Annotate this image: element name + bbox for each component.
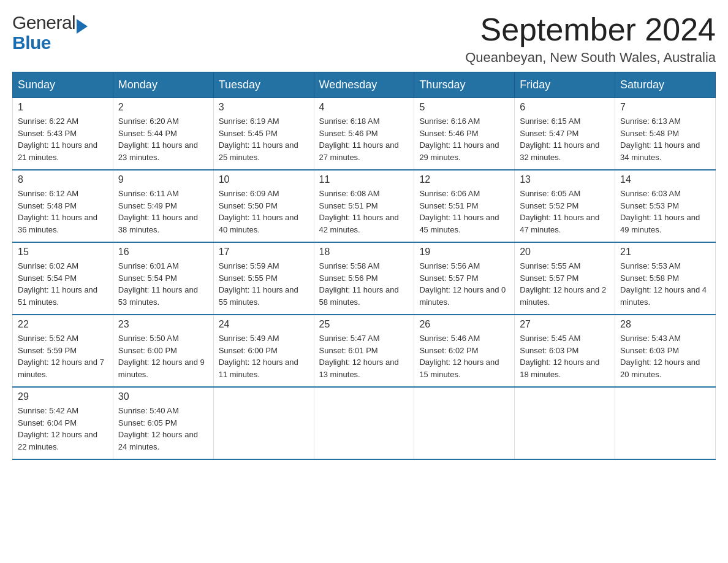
day-info: Sunrise: 6:02 AMSunset: 5:54 PMDaylight:… — [18, 260, 108, 308]
calendar-cell — [314, 387, 414, 459]
calendar-week-row: 8Sunrise: 6:12 AMSunset: 5:48 PMDaylight… — [13, 170, 716, 242]
calendar-cell: 19Sunrise: 5:56 AMSunset: 5:57 PMDayligh… — [414, 242, 515, 315]
calendar-cell: 1Sunrise: 6:22 AMSunset: 5:43 PMDaylight… — [13, 98, 113, 170]
day-number: 2 — [118, 102, 208, 113]
day-info: Sunrise: 5:50 AMSunset: 6:00 PMDaylight:… — [118, 332, 208, 380]
day-info: Sunrise: 6:11 AMSunset: 5:49 PMDaylight:… — [118, 188, 208, 236]
calendar-cell: 27Sunrise: 5:45 AMSunset: 6:03 PMDayligh… — [515, 315, 615, 387]
calendar-cell: 20Sunrise: 5:55 AMSunset: 5:57 PMDayligh… — [515, 242, 615, 315]
calendar-week-row: 1Sunrise: 6:22 AMSunset: 5:43 PMDaylight… — [13, 98, 716, 170]
calendar-cell: 18Sunrise: 5:58 AMSunset: 5:56 PMDayligh… — [314, 242, 414, 315]
calendar-cell: 10Sunrise: 6:09 AMSunset: 5:50 PMDayligh… — [213, 170, 314, 242]
calendar-day-header: Wednesday — [314, 72, 414, 98]
day-number: 1 — [18, 102, 108, 113]
day-info: Sunrise: 5:52 AMSunset: 5:59 PMDaylight:… — [18, 332, 108, 380]
day-number: 13 — [520, 174, 610, 185]
calendar-cell: 9Sunrise: 6:11 AMSunset: 5:49 PMDaylight… — [113, 170, 213, 242]
day-info: Sunrise: 5:56 AMSunset: 5:57 PMDaylight:… — [419, 260, 509, 308]
calendar-cell: 21Sunrise: 5:53 AMSunset: 5:58 PMDayligh… — [615, 242, 716, 315]
calendar-day-header: Tuesday — [213, 72, 314, 98]
day-number: 16 — [118, 247, 208, 258]
calendar-cell: 23Sunrise: 5:50 AMSunset: 6:00 PMDayligh… — [113, 315, 213, 387]
calendar-day-header: Thursday — [414, 72, 515, 98]
calendar-day-header: Monday — [113, 72, 213, 98]
calendar-cell — [213, 387, 314, 459]
day-info: Sunrise: 6:03 AMSunset: 5:53 PMDaylight:… — [620, 188, 710, 236]
calendar-day-header: Sunday — [13, 72, 113, 98]
calendar-cell: 8Sunrise: 6:12 AMSunset: 5:48 PMDaylight… — [13, 170, 113, 242]
day-info: Sunrise: 6:15 AMSunset: 5:47 PMDaylight:… — [520, 115, 610, 163]
day-info: Sunrise: 5:59 AMSunset: 5:55 PMDaylight:… — [219, 260, 309, 308]
day-info: Sunrise: 5:55 AMSunset: 5:57 PMDaylight:… — [520, 260, 610, 308]
day-info: Sunrise: 5:46 AMSunset: 6:02 PMDaylight:… — [419, 332, 509, 380]
day-number: 4 — [319, 102, 409, 113]
day-number: 8 — [18, 174, 108, 185]
title-section: September 2024 Queanbeyan, New South Wal… — [465, 12, 716, 66]
day-info: Sunrise: 6:08 AMSunset: 5:51 PMDaylight:… — [319, 188, 409, 236]
calendar-cell: 26Sunrise: 5:46 AMSunset: 6:02 PMDayligh… — [414, 315, 515, 387]
day-info: Sunrise: 5:53 AMSunset: 5:58 PMDaylight:… — [620, 260, 710, 308]
calendar-cell: 5Sunrise: 6:16 AMSunset: 5:46 PMDaylight… — [414, 98, 515, 170]
day-info: Sunrise: 6:09 AMSunset: 5:50 PMDaylight:… — [219, 188, 309, 236]
day-info: Sunrise: 6:22 AMSunset: 5:43 PMDaylight:… — [18, 115, 108, 163]
day-info: Sunrise: 6:12 AMSunset: 5:48 PMDaylight:… — [18, 188, 108, 236]
day-number: 14 — [620, 174, 710, 185]
day-number: 21 — [620, 247, 710, 258]
day-number: 30 — [118, 391, 208, 402]
day-number: 5 — [419, 102, 509, 113]
calendar-cell: 4Sunrise: 6:18 AMSunset: 5:46 PMDaylight… — [314, 98, 414, 170]
calendar-table: SundayMondayTuesdayWednesdayThursdayFrid… — [12, 72, 716, 460]
page-header: General Blue September 2024 Queanbeyan, … — [12, 12, 716, 66]
day-info: Sunrise: 6:13 AMSunset: 5:48 PMDaylight:… — [620, 115, 710, 163]
day-number: 7 — [620, 102, 710, 113]
day-number: 23 — [118, 319, 208, 330]
day-number: 25 — [319, 319, 409, 330]
calendar-cell: 28Sunrise: 5:43 AMSunset: 6:03 PMDayligh… — [615, 315, 716, 387]
day-info: Sunrise: 5:58 AMSunset: 5:56 PMDaylight:… — [319, 260, 409, 308]
calendar-cell: 30Sunrise: 5:40 AMSunset: 6:05 PMDayligh… — [113, 387, 213, 459]
calendar-cell: 22Sunrise: 5:52 AMSunset: 5:59 PMDayligh… — [13, 315, 113, 387]
calendar-header-row: SundayMondayTuesdayWednesdayThursdayFrid… — [13, 72, 716, 98]
location-label: Queanbeyan, New South Wales, Australia — [465, 50, 716, 66]
logo: General Blue — [12, 12, 88, 52]
calendar-cell: 15Sunrise: 6:02 AMSunset: 5:54 PMDayligh… — [13, 242, 113, 315]
day-info: Sunrise: 5:47 AMSunset: 6:01 PMDaylight:… — [319, 332, 409, 380]
calendar-cell: 12Sunrise: 6:06 AMSunset: 5:51 PMDayligh… — [414, 170, 515, 242]
calendar-cell: 16Sunrise: 6:01 AMSunset: 5:54 PMDayligh… — [113, 242, 213, 315]
day-number: 19 — [419, 247, 509, 258]
calendar-cell: 11Sunrise: 6:08 AMSunset: 5:51 PMDayligh… — [314, 170, 414, 242]
day-number: 20 — [520, 247, 610, 258]
month-title: September 2024 — [465, 12, 716, 47]
logo-arrow-icon — [77, 19, 88, 34]
calendar-cell: 14Sunrise: 6:03 AMSunset: 5:53 PMDayligh… — [615, 170, 716, 242]
calendar-cell: 29Sunrise: 5:42 AMSunset: 6:04 PMDayligh… — [13, 387, 113, 459]
day-number: 27 — [520, 319, 610, 330]
calendar-week-row: 29Sunrise: 5:42 AMSunset: 6:04 PMDayligh… — [13, 387, 716, 459]
calendar-cell: 17Sunrise: 5:59 AMSunset: 5:55 PMDayligh… — [213, 242, 314, 315]
calendar-cell: 7Sunrise: 6:13 AMSunset: 5:48 PMDaylight… — [615, 98, 716, 170]
day-info: Sunrise: 6:06 AMSunset: 5:51 PMDaylight:… — [419, 188, 509, 236]
day-number: 6 — [520, 102, 610, 113]
day-info: Sunrise: 5:42 AMSunset: 6:04 PMDaylight:… — [18, 405, 108, 453]
day-info: Sunrise: 6:19 AMSunset: 5:45 PMDaylight:… — [219, 115, 309, 163]
day-info: Sunrise: 6:16 AMSunset: 5:46 PMDaylight:… — [419, 115, 509, 163]
day-info: Sunrise: 5:49 AMSunset: 6:00 PMDaylight:… — [219, 332, 309, 380]
day-info: Sunrise: 6:18 AMSunset: 5:46 PMDaylight:… — [319, 115, 409, 163]
day-number: 28 — [620, 319, 710, 330]
calendar-cell: 2Sunrise: 6:20 AMSunset: 5:44 PMDaylight… — [113, 98, 213, 170]
day-info: Sunrise: 5:45 AMSunset: 6:03 PMDaylight:… — [520, 332, 610, 380]
day-number: 17 — [219, 247, 309, 258]
day-number: 12 — [419, 174, 509, 185]
day-info: Sunrise: 5:43 AMSunset: 6:03 PMDaylight:… — [620, 332, 710, 380]
calendar-cell — [615, 387, 716, 459]
day-number: 10 — [219, 174, 309, 185]
day-number: 18 — [319, 247, 409, 258]
calendar-cell: 13Sunrise: 6:05 AMSunset: 5:52 PMDayligh… — [515, 170, 615, 242]
calendar-cell — [414, 387, 515, 459]
logo-line2: Blue — [12, 34, 51, 52]
calendar-day-header: Saturday — [615, 72, 716, 98]
day-number: 15 — [18, 247, 108, 258]
day-number: 11 — [319, 174, 409, 185]
day-number: 22 — [18, 319, 108, 330]
day-number: 9 — [118, 174, 208, 185]
